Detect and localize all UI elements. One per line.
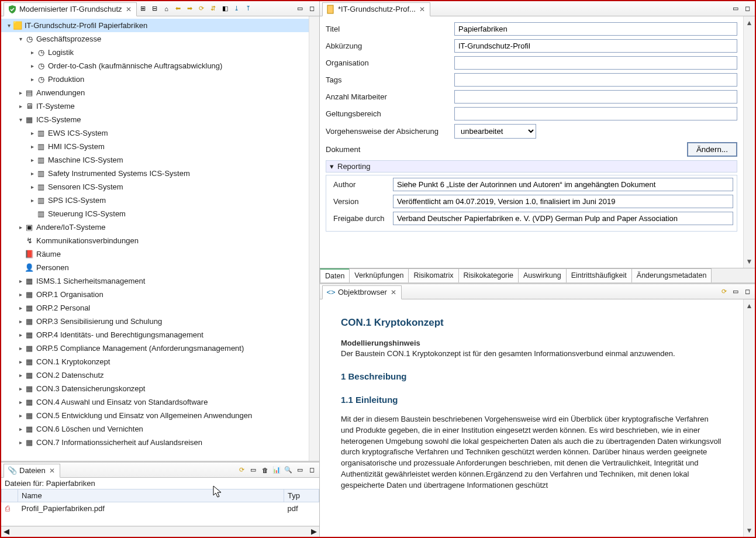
maximize-icon[interactable]: ◻ bbox=[306, 4, 317, 14]
tree-item[interactable]: ↯Kommunikationsverbindungen bbox=[1, 234, 309, 247]
tree-item[interactable]: 👤Personen bbox=[1, 261, 309, 274]
chevron-right-icon[interactable]: ▸ bbox=[16, 103, 25, 109]
tree-item[interactable]: ▸▥HMI ICS-System bbox=[1, 140, 309, 153]
abbrev-input[interactable] bbox=[454, 39, 737, 53]
tree-item[interactable]: ▸▦ORP.3 Sensibilisierung und Schulung bbox=[1, 315, 309, 328]
tree-item[interactable]: ▸▥EWS ICS-System bbox=[1, 126, 309, 140]
chevron-right-icon[interactable]: ▸ bbox=[16, 439, 25, 446]
release-input[interactable] bbox=[393, 212, 733, 225]
chevron-right-icon[interactable]: ▸ bbox=[16, 318, 25, 325]
chevron-right-icon[interactable]: ▸ bbox=[28, 76, 36, 82]
tree-item[interactable]: ▸▣Andere/IoT-Systeme bbox=[1, 220, 309, 234]
tree-item[interactable]: ▸◷Logistik bbox=[1, 46, 309, 59]
tree-item[interactable]: ▸▥SPS ICS-System bbox=[1, 194, 309, 207]
chevron-right-icon[interactable]: ▸ bbox=[16, 291, 25, 298]
col-name[interactable]: Name bbox=[18, 489, 284, 502]
chevron-right-icon[interactable]: ▸ bbox=[28, 143, 36, 150]
employees-input[interactable] bbox=[454, 90, 737, 104]
minimize-icon[interactable]: ▭ bbox=[295, 465, 305, 475]
tree-item[interactable]: ▸▦ORP.5 Compliance Management (Anforderu… bbox=[1, 342, 309, 355]
chevron-down-icon[interactable]: ▾ bbox=[5, 22, 13, 29]
chevron-right-icon[interactable]: ▸ bbox=[28, 184, 36, 190]
chevron-down-icon[interactable]: ▾ bbox=[16, 36, 25, 42]
tree-item[interactable]: ▸▦CON.5 Entwicklung und Einsatz von Allg… bbox=[1, 409, 309, 422]
tree-item[interactable]: ▸◷Order-to-Cash (kaufmännische Auftragsa… bbox=[1, 59, 309, 73]
reporting-section-toggle[interactable]: ▾ Reporting bbox=[326, 160, 737, 173]
tree-item[interactable]: ▸▤Anwendungen bbox=[1, 86, 309, 99]
tree-item[interactable]: ▸▦CON.6 Löschen und Vernichten bbox=[1, 422, 309, 436]
minimize-icon[interactable]: ▭ bbox=[730, 287, 741, 297]
refresh-icon[interactable]: ⟳ bbox=[196, 4, 207, 14]
chevron-right-icon[interactable]: ▸ bbox=[16, 89, 25, 96]
chevron-right-icon[interactable]: ▸ bbox=[16, 412, 25, 419]
home-icon[interactable]: ⌂ bbox=[161, 4, 172, 14]
collapse-all-icon[interactable]: ⊟ bbox=[150, 4, 160, 14]
tags-input[interactable] bbox=[454, 73, 737, 87]
back-icon[interactable]: ⬅ bbox=[173, 4, 184, 14]
tree-item[interactable]: ▸▥Sensoren ICS-System bbox=[1, 180, 309, 194]
link-icon[interactable]: ⇵ bbox=[208, 4, 219, 14]
editor-tab-änderungsmetadaten[interactable]: Änderungsmetadaten bbox=[631, 268, 712, 282]
chevron-right-icon[interactable]: ▸ bbox=[16, 305, 25, 311]
chevron-right-icon[interactable]: ▸ bbox=[28, 63, 36, 69]
tab-editor[interactable]: *IT-Grundschutz-Prof... ✕ bbox=[322, 2, 430, 16]
tree-item[interactable]: ▾▦ICS-Systeme bbox=[1, 113, 309, 126]
close-icon[interactable]: ✕ bbox=[418, 5, 426, 13]
col-type[interactable]: Typ bbox=[284, 489, 319, 502]
tree-view[interactable]: ▾🟨IT-Grundschutz-Profil Papierfabriken▾◷… bbox=[1, 16, 309, 461]
minimize-icon[interactable]: ▭ bbox=[730, 4, 741, 14]
chart-icon[interactable]: 📊 bbox=[271, 465, 282, 475]
chevron-right-icon[interactable]: ▸ bbox=[16, 358, 25, 365]
tree-item[interactable]: ▸▥Maschine ICS-System bbox=[1, 153, 309, 167]
import-icon[interactable]: ⤓ bbox=[232, 4, 242, 14]
editor-tab-auswirkung[interactable]: Auswirkung bbox=[518, 268, 567, 282]
tree-scrollbar[interactable] bbox=[309, 16, 319, 461]
chevron-right-icon[interactable]: ▸ bbox=[16, 278, 25, 284]
chevron-right-icon[interactable]: ▸ bbox=[16, 224, 25, 230]
tree-item[interactable]: ▸▦CON.2 Datenschutz bbox=[1, 368, 309, 382]
chevron-right-icon[interactable]: ▸ bbox=[28, 157, 36, 163]
tree-item[interactable]: ▸🖥IT-Systeme bbox=[1, 99, 309, 113]
chevron-down-icon[interactable]: ▾ bbox=[16, 116, 25, 123]
maximize-icon[interactable]: ◻ bbox=[742, 287, 752, 297]
tree-item[interactable]: ▸▦ISMS.1 Sicherheitsmanagement bbox=[1, 274, 309, 288]
tree-item[interactable]: ▸▦ORP.4 Identitäts- und Berechtigungsman… bbox=[1, 328, 309, 342]
forward-icon[interactable]: ➡ bbox=[185, 4, 195, 14]
chevron-right-icon[interactable]: ▸ bbox=[28, 197, 36, 204]
chevron-right-icon[interactable]: ▸ bbox=[16, 426, 25, 432]
minimize-icon[interactable]: ▭ bbox=[295, 4, 305, 14]
chevron-right-icon[interactable]: ▸ bbox=[28, 130, 36, 136]
browser-content[interactable]: CON.1 Kryptokonzept Modellierungshinweis… bbox=[320, 299, 743, 537]
tree-item[interactable]: ▥Steuerung ICS-System bbox=[1, 207, 309, 220]
tree-item[interactable]: ▾◷Geschäftsprozesse bbox=[1, 32, 309, 46]
files-table[interactable]: Name Typ ⎙ Profil_Papierfabriken.pdf pdf bbox=[1, 489, 319, 526]
tree-item[interactable]: 📕Räume bbox=[1, 247, 309, 261]
close-icon[interactable]: ✕ bbox=[125, 5, 133, 13]
sync-icon[interactable]: ⟳ bbox=[236, 465, 247, 475]
export-icon[interactable]: ⤒ bbox=[243, 4, 254, 14]
tab-objektbrowser[interactable]: <> Objektbrowser ✕ bbox=[322, 285, 402, 299]
search-icon[interactable]: 🔍 bbox=[283, 465, 294, 475]
tree-item[interactable]: ▸◷Produktion bbox=[1, 73, 309, 86]
tree-item[interactable]: ▸▥Safety Instrumented Systems ICS-System bbox=[1, 167, 309, 180]
maximize-icon[interactable]: ◻ bbox=[742, 4, 752, 14]
maximize-icon[interactable]: ◻ bbox=[306, 465, 317, 475]
expand-all-icon[interactable]: ⊞ bbox=[138, 4, 149, 14]
chevron-right-icon[interactable]: ▸ bbox=[28, 49, 36, 56]
close-icon[interactable]: ✕ bbox=[389, 288, 398, 296]
tree-item[interactable]: ▸▦CON.4 Auswahl und Einsatz von Standard… bbox=[1, 395, 309, 409]
change-button[interactable]: Ändern... bbox=[687, 142, 737, 157]
chevron-right-icon[interactable]: ▸ bbox=[16, 385, 25, 392]
editor-tab-risikomatrix[interactable]: Risikomatrix bbox=[408, 268, 458, 282]
sync-icon[interactable]: ⟳ bbox=[719, 287, 729, 297]
delete-icon[interactable]: 🗑 bbox=[260, 465, 270, 475]
tree-item[interactable]: ▸▦CON.1 Kryptokonzept bbox=[1, 355, 309, 368]
files-hscroll[interactable]: ◀▶ bbox=[1, 526, 319, 537]
chevron-right-icon[interactable]: ▸ bbox=[16, 332, 25, 338]
close-icon[interactable]: ✕ bbox=[48, 467, 56, 475]
tree-item[interactable]: ▾🟨IT-Grundschutz-Profil Papierfabriken bbox=[1, 19, 309, 32]
chevron-right-icon[interactable]: ▸ bbox=[16, 345, 25, 351]
tab-modernisierter[interactable]: Modernisierter IT-Grundschutz ✕ bbox=[4, 2, 137, 16]
add-file-icon[interactable]: ▭ bbox=[248, 465, 258, 475]
editor-tab-daten[interactable]: Daten bbox=[320, 268, 350, 282]
